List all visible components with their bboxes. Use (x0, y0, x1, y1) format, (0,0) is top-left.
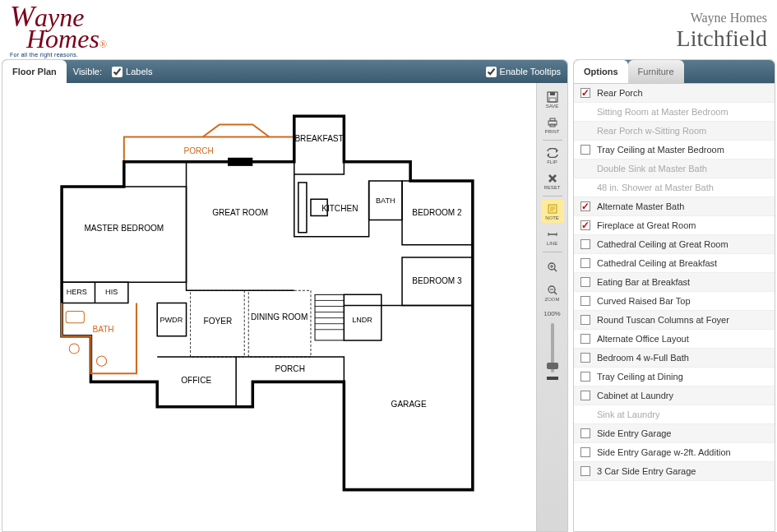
option-label: Round Tuscan Columns at Foyer (597, 315, 729, 325)
svg-text:DINING ROOM: DINING ROOM (251, 312, 308, 322)
svg-line-48 (554, 269, 557, 271)
svg-rect-12 (66, 312, 84, 323)
option-checkbox[interactable] (580, 466, 590, 476)
option-label: Sink at Laundry (597, 409, 659, 419)
tab-options[interactable]: Options (574, 60, 628, 83)
note-button[interactable]: NOTE (541, 200, 564, 223)
svg-text:BEDROOM 3: BEDROOM 3 (412, 276, 462, 285)
option-label: Curved Raised Bar Top (597, 296, 691, 306)
svg-text:PORCH: PORCH (275, 364, 305, 373)
save-icon (546, 91, 559, 103)
save-button[interactable]: SAVE (541, 88, 564, 111)
option-checkbox[interactable] (580, 220, 590, 230)
svg-text:BATH: BATH (376, 197, 395, 205)
option-checkbox[interactable] (580, 353, 590, 363)
option-row[interactable]: Side Entry Garage (574, 424, 775, 443)
option-checkbox[interactable] (580, 145, 590, 155)
options-list[interactable]: Rear PorchSitting Room at Master Bedroom… (574, 83, 775, 531)
zoom-in-icon (546, 261, 559, 273)
option-row[interactable]: Cathedral Ceiling at Great Room (574, 235, 775, 254)
print-icon (546, 117, 559, 128)
option-checkbox[interactable] (580, 201, 590, 211)
right-tab-bar: Options Furniture (574, 60, 775, 83)
option-label: Cathedral Ceiling at Great Room (597, 239, 728, 249)
svg-text:FOYER: FOYER (204, 317, 233, 326)
flip-button[interactable]: FLIP (541, 144, 564, 167)
toolbar: SAVE PRINT FLIP (536, 83, 567, 531)
option-label: Rear Porch (597, 88, 643, 98)
svg-text:BREAKFAST: BREAKFAST (294, 134, 343, 143)
option-row[interactable]: Cabinet at Laundry (574, 386, 775, 405)
svg-rect-34 (550, 118, 555, 121)
svg-text:HIS: HIS (105, 288, 118, 296)
line-button[interactable]: LINE (541, 225, 564, 248)
option-label: Tray Ceiling at Master Bedroom (597, 145, 724, 155)
option-checkbox[interactable] (580, 447, 590, 457)
option-row[interactable]: 3 Car Side Entry Garage (574, 462, 775, 481)
option-checkbox[interactable] (580, 277, 590, 287)
option-checkbox[interactable] (580, 239, 590, 249)
svg-point-11 (97, 356, 107, 366)
option-row[interactable]: Fireplace at Great Room (574, 216, 775, 235)
option-row: Double Sink at Master Bath (574, 160, 775, 178)
option-checkbox[interactable] (580, 428, 590, 438)
option-row[interactable]: Eating Bar at Breakfast (574, 273, 775, 292)
labels-checkbox-input[interactable] (112, 67, 123, 77)
option-row[interactable]: Rear Porch (574, 84, 775, 103)
tooltips-checkbox-input[interactable] (486, 67, 497, 77)
svg-text:GREAT ROOM: GREAT ROOM (212, 208, 268, 217)
option-row[interactable]: Tray Ceiling at Master Bedroom (574, 141, 775, 160)
option-row[interactable]: Round Tuscan Columns at Foyer (574, 311, 775, 330)
zoom-out-button[interactable]: ZOOM (541, 281, 564, 304)
option-label: Alternate Office Layout (597, 334, 689, 344)
option-row[interactable]: Cathedral Ceiling at Breakfast (574, 254, 775, 273)
option-checkbox[interactable] (580, 391, 590, 400)
print-button[interactable]: PRINT (541, 113, 564, 136)
option-row[interactable]: Bedroom 4 w-Full Bath (574, 349, 775, 368)
svg-text:MASTER BEDROOM: MASTER BEDROOM (84, 224, 164, 233)
note-icon (546, 203, 559, 215)
option-row[interactable]: Curved Raised Bar Top (574, 292, 775, 311)
visible-label: Visible: (73, 67, 102, 76)
option-checkbox[interactable] (580, 258, 590, 268)
option-label: 48 in. Shower at Master Bath (597, 183, 714, 192)
option-label: Fireplace at Great Room (597, 220, 696, 230)
canvas-area: PORCH MASTER BEDROOM GREAT ROOM (2, 83, 567, 531)
stairs (315, 294, 344, 340)
option-row: Sink at Laundry (574, 405, 775, 424)
zoom-slider[interactable] (551, 323, 554, 372)
logo: WayneHomes® For all the right reasons. (10, 5, 107, 57)
zoom-in-button[interactable] (541, 256, 564, 279)
option-label: Cathedral Ceiling at Breakfast (597, 258, 717, 268)
zoom-slider-thumb[interactable] (547, 363, 558, 369)
option-label: Bedroom 4 w-Full Bath (597, 353, 689, 363)
option-checkbox[interactable] (580, 88, 590, 98)
tab-furniture[interactable]: Furniture (628, 60, 684, 83)
option-row[interactable]: Side Entry Garage w-2ft. Addition (574, 443, 775, 462)
tooltips-checkbox[interactable]: Enable Tooltips (483, 67, 561, 77)
option-row: Sitting Room at Master Bedroom (574, 103, 775, 122)
header-title: Wayne Homes Litchfield (677, 11, 767, 52)
option-row[interactable]: Alternate Office Layout (574, 330, 775, 349)
option-checkbox[interactable] (580, 296, 590, 306)
svg-text:BATH: BATH (93, 325, 114, 334)
option-checkbox[interactable] (580, 315, 590, 325)
svg-rect-31 (550, 92, 555, 95)
option-row: 48 in. Shower at Master Bath (574, 178, 775, 197)
floorplan-canvas[interactable]: PORCH MASTER BEDROOM GREAT ROOM (2, 83, 536, 531)
zoom-out-icon (546, 285, 559, 296)
svg-rect-32 (549, 98, 556, 102)
svg-text:PORCH: PORCH (183, 146, 213, 155)
option-label: Side Entry Garage (597, 428, 672, 438)
option-row[interactable]: Alternate Master Bath (574, 197, 775, 216)
tab-floorplan[interactable]: Floor Plan (2, 60, 67, 83)
line-icon (546, 229, 559, 240)
option-row[interactable]: Tray Ceiling at Dining (574, 368, 775, 386)
labels-checkbox[interactable]: Labels (109, 67, 152, 77)
svg-text:OFFICE: OFFICE (181, 376, 211, 385)
option-checkbox[interactable] (580, 334, 590, 344)
option-checkbox[interactable] (580, 372, 590, 382)
option-label: 3 Car Side Entry Garage (597, 466, 696, 476)
svg-rect-29 (228, 158, 252, 166)
reset-button[interactable]: RESET (541, 169, 564, 192)
